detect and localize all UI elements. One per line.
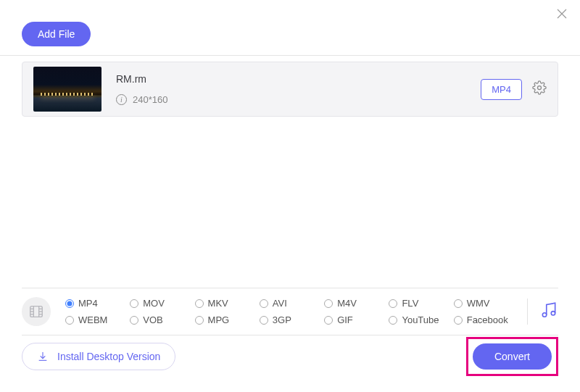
- format-grid: MP4MOVMKVAVIM4VFLVWMVWEBMVOBMPG3GPGIFYou…: [65, 298, 515, 325]
- convert-button[interactable]: Convert: [473, 343, 552, 370]
- format-option-flv[interactable]: FLV: [389, 298, 450, 309]
- radio-icon: [324, 316, 333, 325]
- format-label: Facebook: [467, 314, 508, 325]
- format-option-3gp[interactable]: 3GP: [260, 314, 321, 325]
- format-option-vob[interactable]: VOB: [130, 314, 191, 325]
- format-option-mkv[interactable]: MKV: [195, 298, 257, 309]
- file-thumbnail[interactable]: [33, 67, 102, 112]
- format-label: MP4: [78, 298, 98, 309]
- radio-icon: [65, 299, 74, 308]
- format-label: VOB: [143, 314, 162, 325]
- radio-icon: [130, 299, 138, 308]
- separator: [527, 299, 528, 325]
- format-label: MKV: [208, 298, 228, 309]
- format-option-mp4[interactable]: MP4: [65, 298, 127, 309]
- format-label: AVI: [273, 298, 287, 309]
- format-option-mpg[interactable]: MPG: [195, 314, 257, 325]
- radio-icon: [454, 299, 463, 308]
- radio-icon: [130, 316, 138, 325]
- footer: Install Desktop Version Convert: [22, 337, 558, 376]
- format-label: 3GP: [273, 314, 291, 325]
- radio-icon: [389, 299, 397, 308]
- info-icon[interactable]: i: [116, 94, 127, 105]
- radio-icon: [195, 316, 204, 325]
- target-format-badge[interactable]: MP4: [481, 79, 522, 100]
- file-list: RM.rm i 240*160 MP4: [0, 55, 580, 117]
- format-label: FLV: [402, 298, 418, 309]
- format-label: YouTube: [402, 314, 439, 325]
- add-file-button[interactable]: Add File: [22, 22, 91, 46]
- install-desktop-label: Install Desktop Version: [57, 351, 160, 362]
- format-option-youtube[interactable]: YouTube: [389, 314, 450, 325]
- file-name: RM.rm: [116, 73, 481, 85]
- close-icon[interactable]: [555, 7, 569, 22]
- file-row: RM.rm i 240*160 MP4: [22, 62, 558, 117]
- svg-point-11: [551, 312, 555, 315]
- file-info: RM.rm i 240*160: [116, 73, 481, 105]
- svg-point-10: [542, 313, 546, 317]
- file-resolution: 240*160: [133, 94, 167, 105]
- format-label: GIF: [337, 314, 353, 325]
- format-label: MOV: [143, 298, 165, 309]
- radio-icon: [260, 316, 268, 325]
- radio-icon: [324, 299, 333, 308]
- format-option-webm[interactable]: WEBM: [65, 314, 127, 325]
- format-option-facebook[interactable]: Facebook: [454, 314, 515, 325]
- file-meta: i 240*160: [116, 94, 167, 105]
- format-label: WEBM: [78, 314, 107, 325]
- format-option-m4v[interactable]: M4V: [324, 298, 386, 309]
- radio-icon: [454, 316, 463, 325]
- format-option-mov[interactable]: MOV: [130, 298, 191, 309]
- radio-icon: [195, 299, 204, 308]
- svg-point-0: [538, 86, 542, 90]
- convert-highlight-box: Convert: [466, 337, 558, 376]
- gear-icon[interactable]: [532, 80, 547, 98]
- format-label: WMV: [467, 298, 490, 309]
- format-label: MPG: [208, 314, 230, 325]
- format-option-avi[interactable]: AVI: [260, 298, 321, 309]
- music-note-icon[interactable]: [539, 301, 558, 322]
- radio-icon: [65, 316, 74, 325]
- radio-icon: [389, 316, 397, 325]
- format-option-wmv[interactable]: WMV: [454, 298, 515, 309]
- radio-icon: [260, 299, 268, 308]
- format-option-gif[interactable]: GIF: [324, 314, 386, 325]
- download-icon: [37, 351, 49, 362]
- video-film-icon[interactable]: [22, 297, 51, 326]
- format-label: M4V: [337, 298, 357, 309]
- format-panel: MP4MOVMKVAVIM4VFLVWMVWEBMVOBMPG3GPGIFYou…: [22, 288, 558, 335]
- header: Add File: [0, 0, 580, 55]
- install-desktop-button[interactable]: Install Desktop Version: [22, 343, 175, 370]
